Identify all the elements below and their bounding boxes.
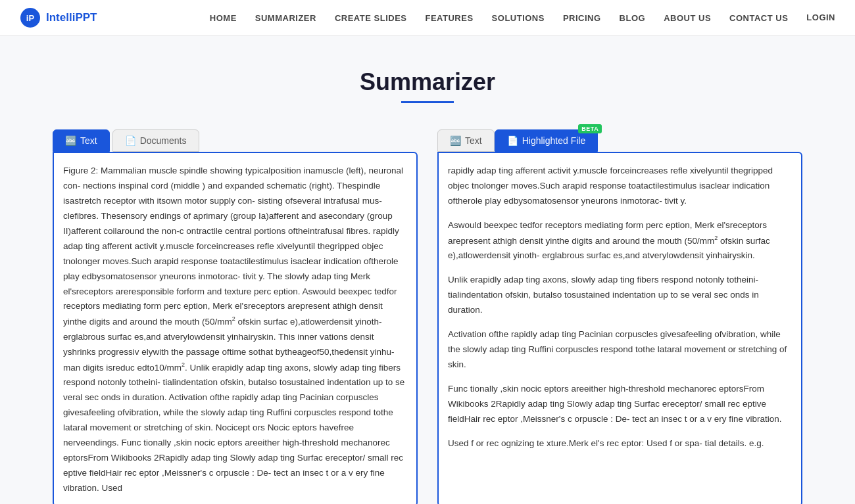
- logo-icon: iP: [20, 7, 41, 28]
- logo-link[interactable]: iP IntelliPPT: [20, 7, 97, 28]
- nav-about[interactable]: ABOUT US: [664, 13, 711, 23]
- panels-container: 🔤 Text 📄 Documents Figure 2: Mammalian m…: [53, 129, 802, 504]
- page-title-section: Summarizer: [53, 68, 802, 103]
- nav-blog[interactable]: BLOG: [620, 13, 646, 23]
- left-tab-docs-label: Documents: [140, 135, 187, 146]
- navbar: iP IntelliPPT HOME SUMMARIZER CREATE SLI…: [0, 0, 855, 35]
- right-text-panel: rapidly adap ting afferent activit y.mus…: [437, 152, 802, 504]
- right-tab-row: 🔤 Text 📄 Highlighted File BETA: [437, 129, 802, 152]
- right-panel: 🔤 Text 📄 Highlighted File BETA rapidly a…: [437, 129, 802, 504]
- title-underline: [401, 101, 454, 103]
- right-tab-text[interactable]: 🔤 Text: [437, 129, 495, 152]
- left-tab-text-label: Text: [80, 135, 97, 146]
- beta-badge: BETA: [578, 124, 602, 133]
- nav-create-slides[interactable]: CREATE SLIDES: [335, 13, 407, 23]
- left-text-panel: Figure 2: Mammalian muscle spindle showi…: [53, 152, 418, 504]
- left-tab-text[interactable]: 🔤 Text: [53, 129, 110, 152]
- left-text-content[interactable]: Figure 2: Mammalian muscle spindle showi…: [54, 153, 416, 504]
- nav-solutions[interactable]: SOLUTIONS: [492, 13, 545, 23]
- right-text-tab-icon: 🔤: [450, 135, 461, 146]
- nav-contact[interactable]: CONTACT US: [729, 13, 788, 23]
- nav-login[interactable]: LOGIN: [806, 12, 835, 22]
- text-tab-icon: 🔤: [65, 135, 76, 146]
- svg-text:iP: iP: [26, 13, 35, 23]
- doc-tab-icon: 📄: [125, 135, 136, 146]
- right-tab-text-label: Text: [465, 135, 482, 146]
- left-tab-documents[interactable]: 📄 Documents: [112, 129, 199, 152]
- highlighted-tab-icon: 📄: [507, 135, 518, 146]
- page-title: Summarizer: [53, 68, 802, 96]
- highlighted-file-tab-wrap: 📄 Highlighted File BETA: [495, 129, 598, 152]
- left-panel: 🔤 Text 📄 Documents Figure 2: Mammalian m…: [53, 129, 418, 504]
- main-content: Summarizer 🔤 Text 📄 Documents Figure 2: …: [33, 35, 822, 504]
- nav-links: HOME SUMMARIZER CREATE SLIDES FEATURES S…: [210, 12, 789, 24]
- right-tab-highlighted-label: Highlighted File: [522, 135, 586, 146]
- nav-home[interactable]: HOME: [210, 13, 237, 23]
- nav-pricing[interactable]: PRICING: [563, 13, 601, 23]
- nav-summarizer[interactable]: SUMMARIZER: [255, 13, 316, 23]
- brand-name: IntelliPPT: [46, 11, 97, 24]
- left-tab-row: 🔤 Text 📄 Documents: [53, 129, 418, 152]
- nav-features[interactable]: FEATURES: [425, 13, 473, 23]
- right-text-content[interactable]: rapidly adap ting afferent activit y.mus…: [439, 153, 801, 504]
